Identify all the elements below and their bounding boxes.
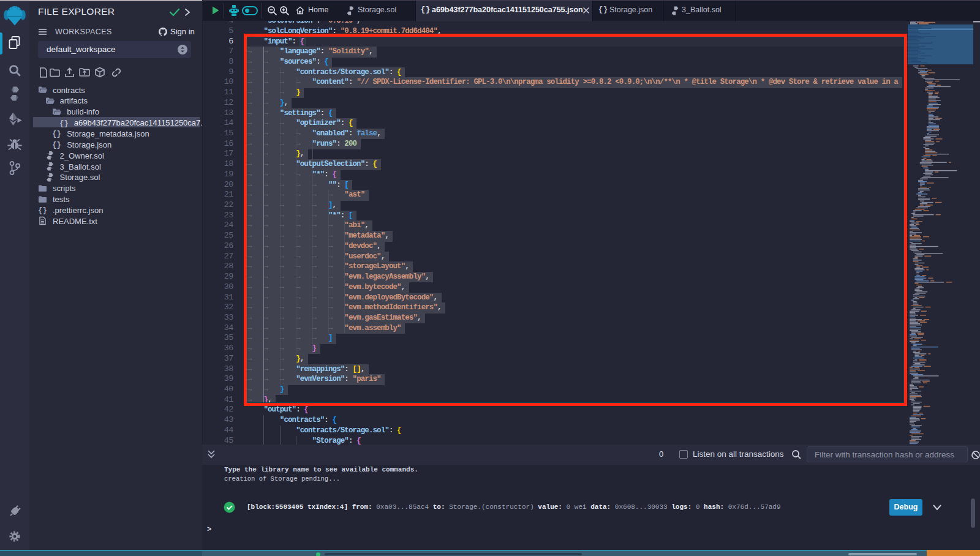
svg-text:{}: {} (38, 206, 47, 215)
svg-text:{}: {} (52, 141, 61, 149)
svg-text:{}: {} (52, 130, 61, 138)
svg-text:{}: {} (59, 119, 68, 128)
